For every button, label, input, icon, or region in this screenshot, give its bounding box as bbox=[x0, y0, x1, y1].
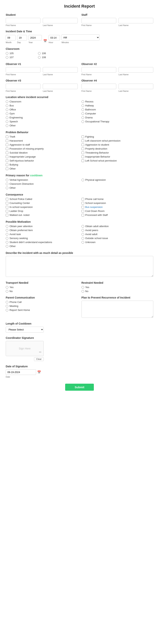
pb-harassment[interactable]: Harassment bbox=[6, 139, 78, 142]
pb-suicidal[interactable]: Suicidal Ideation bbox=[6, 151, 78, 154]
classroom-option-106[interactable]: 106 bbox=[38, 52, 66, 55]
con-ladder-drop[interactable]: Ladder Drop bbox=[6, 210, 78, 212]
pb-inappropriate-behavior[interactable]: Inappropriate Behavior bbox=[82, 155, 154, 158]
minutes-label: Minutes bbox=[62, 41, 100, 44]
pb-other[interactable]: Other bbox=[6, 167, 78, 170]
pm-other[interactable]: Other bbox=[6, 245, 78, 248]
pm-obtain-peer[interactable]: Obtain peer attention bbox=[6, 225, 78, 228]
location-hallway[interactable]: Hallway bbox=[82, 104, 154, 107]
con-processed-with-staff[interactable]: Processed with Staff bbox=[82, 214, 154, 216]
time-input[interactable]: 03:14 bbox=[49, 35, 60, 40]
con-school-suspension[interactable]: School suspension bbox=[82, 202, 154, 204]
observer1-last-name[interactable] bbox=[43, 67, 78, 72]
month-input[interactable]: 09 bbox=[6, 35, 16, 40]
location-office[interactable]: Office bbox=[6, 108, 78, 111]
describe-textarea[interactable] bbox=[6, 256, 153, 277]
location-bathroom[interactable]: Bathroom bbox=[82, 108, 154, 111]
pr-other[interactable]: Other bbox=[6, 186, 78, 189]
pr-verbal-agression[interactable]: Verbal Agression bbox=[6, 178, 78, 181]
observer4-first-name[interactable] bbox=[82, 84, 116, 89]
restraint-title: Restraint Needed bbox=[82, 281, 154, 284]
pb-threatening[interactable]: Threatening Behavior bbox=[82, 151, 154, 154]
observer4-last-name[interactable] bbox=[118, 84, 153, 89]
observer3-last-name[interactable] bbox=[43, 84, 78, 89]
clear-signature-button[interactable]: Clear bbox=[34, 357, 44, 361]
con-phone-call-home[interactable]: Phone call home bbox=[82, 198, 154, 200]
transport-no[interactable]: No bbox=[6, 290, 78, 293]
location-drama[interactable]: Drama bbox=[82, 116, 154, 119]
pm-outside-school[interactable]: Outside school issue bbox=[82, 237, 154, 240]
location-recess[interactable]: Recess bbox=[82, 100, 154, 103]
location-other[interactable]: Other bbox=[6, 124, 78, 127]
student-first-name[interactable] bbox=[6, 18, 40, 23]
date-label: Date bbox=[6, 376, 153, 378]
staff-first-name-label: First Name bbox=[82, 24, 116, 26]
length-cooldown-select[interactable]: Please Select 5 minutes 10 minutes 15 mi… bbox=[6, 327, 44, 332]
classroom-option-105[interactable]: 105 bbox=[6, 52, 34, 55]
staff-first-name[interactable] bbox=[82, 18, 116, 23]
observer2-first-name[interactable] bbox=[82, 67, 116, 72]
observer1-first-name[interactable] bbox=[6, 67, 40, 72]
pm-obtain-adult[interactable]: Obtain adult attention bbox=[82, 225, 154, 228]
pb-aggression-student[interactable]: Aggression to student bbox=[82, 143, 154, 146]
signature-box[interactable]: Sign Here ✒ bbox=[6, 341, 44, 356]
pb-self-injurious[interactable]: Self-injurious behavior bbox=[6, 159, 78, 162]
location-engineering[interactable]: Engineering bbox=[6, 116, 78, 119]
con-school-police[interactable]: School Police Called bbox=[6, 198, 78, 200]
classroom-option-108[interactable]: 108 bbox=[38, 56, 66, 59]
location-classroom[interactable]: Classroom bbox=[6, 100, 78, 103]
pb-inappropriate-language[interactable]: Inappropriate Language bbox=[6, 155, 78, 158]
pm-obtain-preferred[interactable]: Obtain preferred item bbox=[6, 229, 78, 232]
transport-yes[interactable]: Yes bbox=[6, 286, 78, 289]
con-cool-down-room[interactable]: Cool Down Room bbox=[82, 210, 154, 212]
pm-avoid-peers[interactable]: Avoid peers bbox=[82, 229, 154, 232]
pb-property-destruction[interactable]: Property destruction bbox=[82, 147, 154, 150]
date-of-signature-input[interactable]: 09-19-2024 bbox=[6, 370, 36, 375]
observer3-first-name[interactable] bbox=[6, 84, 40, 89]
pb-theft[interactable]: Theft bbox=[6, 135, 78, 138]
pm-avoid-task[interactable]: Avoid task bbox=[6, 233, 78, 236]
pm-unknown[interactable]: Unknown bbox=[82, 241, 154, 244]
student-last-name[interactable] bbox=[43, 18, 78, 23]
pb-bullying[interactable]: Bullying bbox=[6, 163, 78, 166]
parent-meeting[interactable]: Meeting bbox=[6, 304, 78, 308]
submit-button[interactable]: Submit bbox=[65, 384, 94, 391]
pm-student-didnt-understand[interactable]: Student didn't understand expectations bbox=[6, 241, 78, 244]
year-input[interactable]: 2024 bbox=[28, 35, 42, 40]
pb-left-school[interactable]: Left School w/out permission bbox=[82, 159, 154, 162]
location-ot[interactable]: Occupational Therapy bbox=[82, 120, 154, 123]
pr-physical-agression[interactable]: Physical agression bbox=[82, 178, 154, 181]
length-cooldown-title: Length of Cooldown bbox=[6, 322, 153, 325]
calendar-icon[interactable]: 📅 bbox=[43, 39, 47, 43]
observer1-first-name-label: First Name bbox=[6, 73, 40, 76]
restraint-no[interactable]: No bbox=[82, 290, 154, 293]
classroom-option-107[interactable]: 107 bbox=[6, 56, 34, 59]
observer4-last-name-label: Last Name bbox=[118, 90, 153, 92]
day-input[interactable]: 19 bbox=[17, 35, 27, 40]
staff-last-name[interactable] bbox=[118, 18, 153, 23]
parent-report-sent[interactable]: Report Sent Home bbox=[6, 308, 78, 312]
plan-prevent-title: Plan to Prevent Recurrence of Incident bbox=[82, 296, 154, 299]
con-bus-suspension[interactable]: Bus suspension bbox=[82, 206, 154, 208]
con-counseling[interactable]: Counseling Center bbox=[6, 202, 78, 204]
con-in-school-suspension[interactable]: In-school suspension bbox=[6, 206, 78, 208]
location-gym[interactable]: Gym bbox=[6, 112, 78, 115]
pb-aggression-staff[interactable]: Aggression to staff bbox=[6, 143, 78, 146]
date-calendar-icon[interactable]: 📅 bbox=[37, 370, 41, 374]
pb-fighting[interactable]: Fighting bbox=[82, 135, 154, 138]
staff-last-name-label: Last Name bbox=[118, 24, 153, 26]
pb-left-classroom[interactable]: Left classroom w/out permission bbox=[82, 139, 154, 142]
location-speech[interactable]: Speech bbox=[6, 120, 78, 123]
parent-phone-call[interactable]: Phone Call bbox=[6, 300, 78, 304]
con-walked-out[interactable]: Walked out- noted bbox=[6, 214, 78, 216]
location-bus[interactable]: Bus bbox=[6, 104, 78, 107]
plan-prevent-textarea[interactable] bbox=[82, 300, 154, 318]
observer2-last-name[interactable] bbox=[118, 67, 153, 72]
pm-avoid-adult[interactable]: Avoid adult bbox=[82, 233, 154, 236]
pm-sensory-seeking[interactable]: Sensory seeking bbox=[6, 237, 78, 240]
pb-possession-missing[interactable]: Possession of missing property bbox=[6, 147, 78, 150]
pr-classroom-distraction[interactable]: Classroom Distraction bbox=[6, 182, 78, 185]
restraint-yes[interactable]: Yes bbox=[82, 286, 154, 289]
location-computer[interactable]: Computer bbox=[82, 112, 154, 115]
ampm-select[interactable]: AM PM bbox=[62, 34, 100, 40]
